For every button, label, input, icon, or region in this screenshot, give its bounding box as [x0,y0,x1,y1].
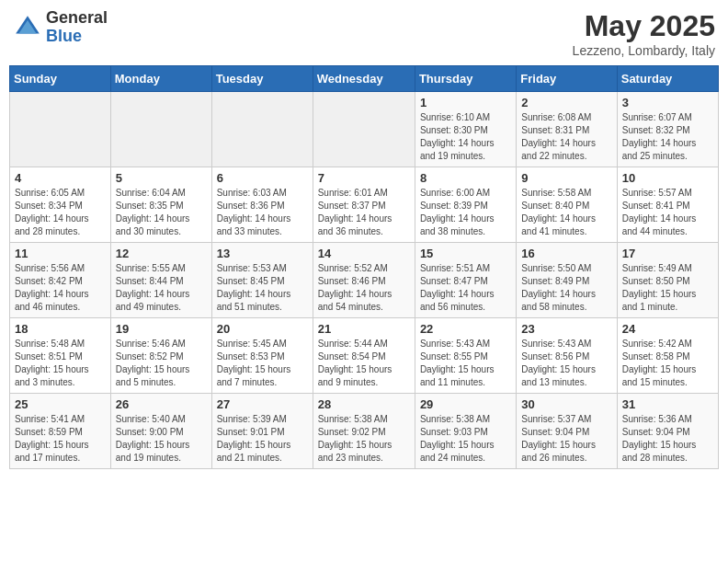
day-number: 30 [521,397,611,411]
day-number: 17 [622,247,713,260]
day-number: 19 [116,322,207,336]
day-cell: 2Sunrise: 6:08 AMSunset: 8:31 PMDaylight… [517,92,617,167]
day-cell: 3Sunrise: 6:07 AMSunset: 8:32 PMDaylight… [617,92,718,167]
day-number: 4 [15,171,106,185]
logo-text: General Blue [46,9,108,46]
day-cell: 20Sunrise: 5:45 AMSunset: 8:53 PMDayligh… [211,318,313,394]
day-number: 3 [622,96,713,109]
day-number: 23 [521,322,611,336]
day-cell: 6Sunrise: 6:03 AMSunset: 8:36 PMDaylight… [211,167,313,243]
day-info: Sunrise: 6:10 AMSunset: 8:30 PMDaylight:… [420,111,511,163]
week-row-5: 25Sunrise: 5:41 AMSunset: 8:59 PMDayligh… [10,394,719,469]
day-info: Sunrise: 5:38 AMSunset: 9:03 PMDaylight:… [420,413,511,465]
day-cell: 26Sunrise: 5:40 AMSunset: 9:00 PMDayligh… [110,394,211,469]
day-info: Sunrise: 5:36 AMSunset: 9:04 PMDaylight:… [622,413,713,465]
day-number: 9 [521,171,611,185]
day-info: Sunrise: 5:50 AMSunset: 8:49 PMDaylight:… [521,262,611,314]
day-cell: 9Sunrise: 5:58 AMSunset: 8:40 PMDaylight… [517,167,617,243]
day-cell [110,92,211,167]
day-cell: 15Sunrise: 5:51 AMSunset: 8:47 PMDayligh… [415,243,516,318]
day-number: 12 [116,247,207,260]
day-cell [313,92,415,167]
weekday-header-saturday: Saturday [617,66,718,92]
weekday-header-wednesday: Wednesday [313,66,415,92]
day-number: 11 [15,247,106,260]
day-info: Sunrise: 5:38 AMSunset: 9:02 PMDaylight:… [318,413,410,465]
day-cell: 28Sunrise: 5:38 AMSunset: 9:02 PMDayligh… [313,394,415,469]
weekday-header-row: SundayMondayTuesdayWednesdayThursdayFrid… [10,66,719,92]
day-number: 26 [116,397,207,411]
day-cell: 21Sunrise: 5:44 AMSunset: 8:54 PMDayligh… [313,318,415,394]
day-number: 6 [217,171,308,185]
day-cell: 17Sunrise: 5:49 AMSunset: 8:50 PMDayligh… [617,243,718,318]
day-cell [211,92,313,167]
day-info: Sunrise: 5:40 AMSunset: 9:00 PMDaylight:… [116,413,207,465]
day-cell: 8Sunrise: 6:00 AMSunset: 8:39 PMDaylight… [415,167,516,243]
day-cell: 5Sunrise: 6:04 AMSunset: 8:35 PMDaylight… [110,167,211,243]
day-info: Sunrise: 5:44 AMSunset: 8:54 PMDaylight:… [318,338,410,389]
day-number: 2 [521,96,611,109]
day-info: Sunrise: 5:39 AMSunset: 9:01 PMDaylight:… [217,413,308,465]
weekday-header-thursday: Thursday [415,66,516,92]
day-cell: 16Sunrise: 5:50 AMSunset: 8:49 PMDayligh… [517,243,617,318]
logo-blue-text: Blue [46,28,108,46]
day-cell: 31Sunrise: 5:36 AMSunset: 9:04 PMDayligh… [617,394,718,469]
day-number: 7 [318,171,410,185]
day-number: 10 [622,171,713,185]
day-number: 27 [217,397,308,411]
day-info: Sunrise: 6:04 AMSunset: 8:35 PMDaylight:… [116,187,207,238]
day-cell: 30Sunrise: 5:37 AMSunset: 9:04 PMDayligh… [517,394,617,469]
day-cell: 27Sunrise: 5:39 AMSunset: 9:01 PMDayligh… [211,394,313,469]
day-cell: 14Sunrise: 5:52 AMSunset: 8:46 PMDayligh… [313,243,415,318]
day-cell: 23Sunrise: 5:43 AMSunset: 8:56 PMDayligh… [517,318,617,394]
day-info: Sunrise: 5:53 AMSunset: 8:45 PMDaylight:… [217,262,308,314]
day-cell: 12Sunrise: 5:55 AMSunset: 8:44 PMDayligh… [110,243,211,318]
day-cell: 4Sunrise: 6:05 AMSunset: 8:34 PMDaylight… [10,167,111,243]
day-number: 22 [420,322,511,336]
day-info: Sunrise: 6:01 AMSunset: 8:37 PMDaylight:… [318,187,410,238]
day-cell: 7Sunrise: 6:01 AMSunset: 8:37 PMDaylight… [313,167,415,243]
day-info: Sunrise: 5:48 AMSunset: 8:51 PMDaylight:… [15,338,106,389]
day-info: Sunrise: 5:56 AMSunset: 8:42 PMDaylight:… [15,262,106,314]
day-info: Sunrise: 5:43 AMSunset: 8:56 PMDaylight:… [521,338,611,389]
day-number: 20 [217,322,308,336]
week-row-2: 4Sunrise: 6:05 AMSunset: 8:34 PMDaylight… [10,167,719,243]
day-number: 5 [116,171,207,185]
weekday-header-sunday: Sunday [10,66,111,92]
day-info: Sunrise: 5:37 AMSunset: 9:04 PMDaylight:… [521,413,611,465]
day-cell: 25Sunrise: 5:41 AMSunset: 8:59 PMDayligh… [10,394,111,469]
day-info: Sunrise: 6:00 AMSunset: 8:39 PMDaylight:… [420,187,511,238]
week-row-1: 1Sunrise: 6:10 AMSunset: 8:30 PMDaylight… [10,92,719,167]
day-number: 31 [622,397,713,411]
day-number: 8 [420,171,511,185]
day-number: 15 [420,247,511,260]
day-cell: 11Sunrise: 5:56 AMSunset: 8:42 PMDayligh… [10,243,111,318]
day-info: Sunrise: 5:57 AMSunset: 8:41 PMDaylight:… [622,187,713,238]
day-number: 28 [318,397,410,411]
day-info: Sunrise: 5:41 AMSunset: 8:59 PMDaylight:… [15,413,106,465]
day-cell: 1Sunrise: 6:10 AMSunset: 8:30 PMDaylight… [415,92,516,167]
title-block: May 2025 Lezzeno, Lombardy, Italy [573,9,715,58]
day-info: Sunrise: 5:55 AMSunset: 8:44 PMDaylight:… [116,262,207,314]
day-cell: 24Sunrise: 5:42 AMSunset: 8:58 PMDayligh… [617,318,718,394]
page-header: General Blue May 2025 Lezzeno, Lombardy,… [9,9,719,58]
day-number: 24 [622,322,713,336]
day-number: 14 [318,247,410,260]
day-number: 25 [15,397,106,411]
day-info: Sunrise: 5:45 AMSunset: 8:53 PMDaylight:… [217,338,308,389]
day-cell: 10Sunrise: 5:57 AMSunset: 8:41 PMDayligh… [617,167,718,243]
day-info: Sunrise: 5:52 AMSunset: 8:46 PMDaylight:… [318,262,410,314]
weekday-header-tuesday: Tuesday [211,66,313,92]
day-info: Sunrise: 6:05 AMSunset: 8:34 PMDaylight:… [15,187,106,238]
day-info: Sunrise: 5:46 AMSunset: 8:52 PMDaylight:… [116,338,207,389]
day-number: 13 [217,247,308,260]
day-number: 21 [318,322,410,336]
day-number: 18 [15,322,106,336]
week-row-4: 18Sunrise: 5:48 AMSunset: 8:51 PMDayligh… [10,318,719,394]
logo: General Blue [13,9,108,46]
month-title: May 2025 [573,9,715,43]
day-cell: 19Sunrise: 5:46 AMSunset: 8:52 PMDayligh… [110,318,211,394]
logo-general-text: General [46,9,108,28]
day-cell: 18Sunrise: 5:48 AMSunset: 8:51 PMDayligh… [10,318,111,394]
day-number: 16 [521,247,611,260]
